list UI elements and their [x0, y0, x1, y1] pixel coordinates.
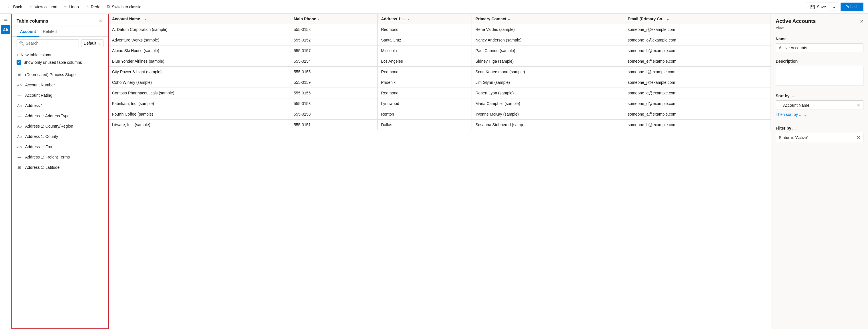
table-cell: Alpine Ski House (sample)	[108, 46, 290, 56]
column-list-label: Address 1: County	[25, 134, 58, 139]
name-input[interactable]	[776, 44, 863, 52]
table-row: Alpine Ski House (sample)555-0157Missoul…	[108, 46, 771, 56]
table-cell: A. Datum Corporation (sample)	[108, 24, 290, 35]
table-cell: Paul Cannon (sample)	[472, 46, 624, 56]
search-icon: 🔍	[19, 41, 24, 46]
table-cell: Redmond	[377, 24, 472, 35]
undo-button[interactable]: ↶ Undo	[61, 3, 82, 11]
back-button[interactable]: ← Back	[5, 3, 25, 11]
description-textarea[interactable]	[776, 66, 863, 86]
search-input[interactable]	[26, 41, 76, 46]
table-cell: someone_j@example.com	[624, 77, 771, 88]
then-sort-label: Then sort by ...	[776, 112, 802, 117]
column-header-label: Main Phone	[294, 17, 316, 21]
toolbar: ← Back ＋ View column ↶ Undo ↷ Redo ⧉ Swi…	[0, 0, 868, 14]
data-table-area[interactable]: Account Name↑⌄Main Phone⌄Address 1: ...⌄…	[108, 14, 771, 329]
right-panel-close-button[interactable]: ✕	[860, 19, 863, 24]
list-item[interactable]: AbAccount Number	[12, 80, 108, 90]
list-item[interactable]: ⊞Address 1: Latitude	[12, 162, 108, 172]
table-cell: 555-0151	[290, 119, 377, 130]
description-section: Description	[771, 55, 868, 90]
table-cell: 555-0152	[290, 35, 377, 46]
table-cell: someone_i@example.com	[624, 24, 771, 35]
name-section: Name	[771, 33, 868, 55]
table-column-header[interactable]: Main Phone⌄	[290, 14, 377, 24]
filter-clear-button[interactable]: ✕	[857, 135, 860, 140]
text-icon: Ab	[17, 144, 22, 149]
new-table-column-button[interactable]: + New table column	[17, 51, 103, 59]
table-column-header[interactable]: Address 1: ...⌄	[377, 14, 472, 24]
list-item[interactable]: —Account Rating	[12, 90, 108, 101]
list-item[interactable]: AbAddress 1: Country/Region	[12, 121, 108, 131]
list-item[interactable]: —Address 1: Freight Terms	[12, 152, 108, 162]
sort-section: Sort by ... ↑ Account Name ✕ Then sort b…	[771, 90, 868, 122]
panel-title: Table columns	[17, 19, 48, 24]
table-cell: Los Angeles	[377, 56, 472, 67]
switch-to-classic-button[interactable]: ⧉ Switch to classic	[104, 3, 144, 11]
view-column-button[interactable]: ＋ View column	[26, 3, 60, 11]
column-header-label: Email (Primary Co...	[628, 17, 665, 21]
panel-close-button[interactable]: ✕	[97, 18, 103, 24]
sort-field-text: Account Name	[783, 103, 854, 108]
table-cell: someone_a@example.com	[624, 109, 771, 119]
filter-icon[interactable]: ⌄	[666, 17, 669, 21]
column-list-label: Address 1	[25, 103, 43, 108]
table-cell: someone_b@example.com	[624, 119, 771, 130]
table-cell: Jim Glynn (sample)	[472, 77, 624, 88]
menu-button[interactable]: ☰	[1, 16, 10, 25]
list-item[interactable]: —Address 1: Address Type	[12, 111, 108, 121]
table-cell: Nancy Anderson (sample)	[472, 35, 624, 46]
redo-button[interactable]: ↷ Redo	[83, 3, 103, 11]
list-item[interactable]: AbAddress 1: County	[12, 131, 108, 142]
sort-section-label: Sort by ...	[776, 93, 863, 98]
sort-clear-button[interactable]: ✕	[857, 103, 860, 108]
filter-icon[interactable]: ⌄	[407, 17, 410, 21]
table-column-header[interactable]: Primary Contact⌄	[472, 14, 624, 24]
chevron-down-icon: ⌄	[803, 112, 807, 117]
plus-icon: +	[17, 53, 19, 57]
dash-icon: —	[17, 92, 22, 98]
table-cell: Lynnwood	[377, 99, 472, 109]
table-cell: Santa Cruz	[377, 35, 472, 46]
table-cell: 555-0150	[290, 109, 377, 119]
switch-to-classic-label: Switch to classic	[112, 5, 141, 9]
table-row: Litware, Inc. (sample)555-0151DallasSusa…	[108, 119, 771, 130]
table-cell: Susanna Stubberod (samp...	[472, 119, 624, 130]
main-layout: ☰ Ab Table columns ✕ Account Related 🔍 D…	[0, 14, 868, 329]
filter-icon[interactable]: ⌄	[144, 17, 147, 21]
show-unused-checkbox[interactable]	[17, 60, 21, 65]
column-list-label: (Deprecated) Process Stage	[25, 72, 76, 77]
column-list-label: Address 1: Country/Region	[25, 124, 73, 129]
table-cell: 555-0153	[290, 99, 377, 109]
panel-search-container: 🔍	[17, 39, 79, 47]
icon-rail: ☰ Ab	[0, 14, 11, 329]
main-content: Account Name↑⌄Main Phone⌄Address 1: ...⌄…	[108, 14, 771, 329]
then-sort-button[interactable]: Then sort by ... ⌄	[776, 110, 807, 119]
column-list-label: Account Number	[25, 83, 55, 87]
filter-field-row: Status is 'Active' ✕	[776, 133, 863, 142]
list-item[interactable]: ⊞(Deprecated) Process Stage	[12, 70, 108, 80]
right-panel-header: Active Accounts ✕	[771, 14, 868, 25]
table-cell: someone_d@example.com	[624, 99, 771, 109]
save-icon: 💾	[810, 5, 815, 9]
table-column-header[interactable]: Account Name↑⌄	[108, 14, 290, 24]
save-dropdown-button[interactable]: ⌄	[830, 3, 838, 11]
table-row: A. Datum Corporation (sample)555-0158Red…	[108, 24, 771, 35]
table-row: Fourth Coffee (sample)555-0150RentonYvon…	[108, 109, 771, 119]
publish-button[interactable]: Publish	[841, 3, 863, 11]
list-item[interactable]: AbAddress 1: Fax	[12, 142, 108, 152]
tab-account[interactable]: Account	[17, 27, 39, 37]
filter-icon[interactable]: ⌄	[317, 17, 320, 21]
filter-icon[interactable]: ⌄	[507, 17, 510, 21]
table-column-header[interactable]: Email (Primary Co...⌄	[624, 14, 771, 24]
rail-badge: Ab	[1, 25, 10, 34]
back-icon: ←	[7, 5, 11, 9]
panel-header: Table columns ✕	[12, 14, 108, 27]
text-icon: Ab	[17, 82, 22, 88]
default-dropdown[interactable]: Default ⌄	[81, 39, 103, 47]
sort-asc-icon: ↑	[141, 17, 143, 21]
right-panel-subtitle: View	[771, 25, 868, 33]
tab-related[interactable]: Related	[39, 27, 60, 37]
list-item[interactable]: AbAddress 1	[12, 101, 108, 111]
save-button[interactable]: 💾 Save	[806, 3, 830, 11]
